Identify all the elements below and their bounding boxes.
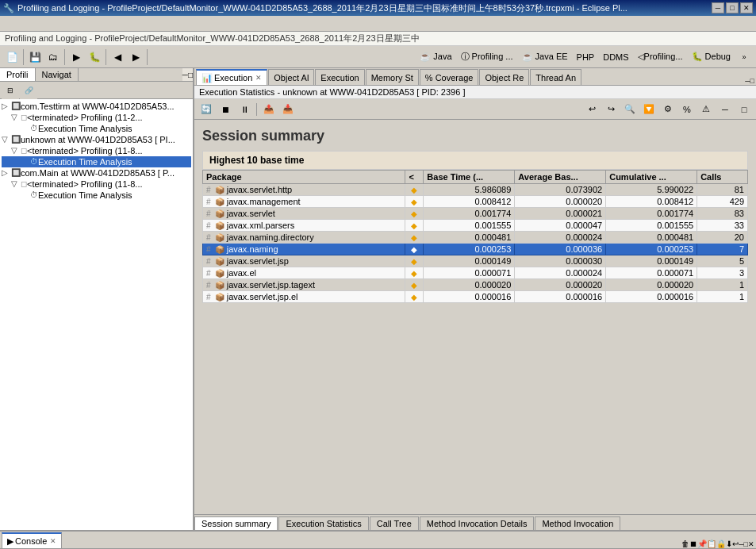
table-row[interactable]: # 📦 javax.management ◆ 0.008412 0.000020… bbox=[203, 196, 748, 208]
console-copy-btn[interactable]: 📋 bbox=[707, 539, 716, 548]
tab-object-al[interactable]: Object Al bbox=[268, 69, 314, 85]
tree-item-2[interactable]: ▽ ◻ <terminated> Profiling (11-2... bbox=[2, 112, 191, 123]
table-row[interactable]: # 📦 javax.servlet.jsp.tagext ◆ 0.000020 … bbox=[203, 279, 748, 291]
row-expand-btn[interactable]: # bbox=[206, 269, 211, 278]
perspective-more-btn[interactable]: » bbox=[735, 48, 753, 66]
close-button[interactable]: ✕ bbox=[740, 2, 753, 13]
import-btn[interactable]: 📥 bbox=[279, 102, 297, 117]
tree-item-6[interactable]: ⏱ Execution Time Analysis bbox=[2, 156, 191, 167]
row-expand-btn[interactable]: # bbox=[206, 293, 211, 301]
row-expand-btn[interactable]: # bbox=[206, 198, 211, 206]
console-wrap-btn[interactable]: ↩ bbox=[732, 539, 739, 548]
content-toolbar-min-btn[interactable]: ─ bbox=[716, 102, 734, 117]
content-toolbar-filter-btn[interactable]: 🔽 bbox=[640, 102, 658, 117]
new-button[interactable]: 📄 bbox=[3, 48, 21, 66]
tree-item-9[interactable]: ⏱ Execution Time Analysis bbox=[2, 190, 191, 201]
row-expand-btn[interactable]: # bbox=[206, 209, 211, 218]
expand-icon-8[interactable]: ▽ bbox=[11, 179, 21, 188]
bottom-tab-session-summary[interactable]: Session summary bbox=[194, 516, 278, 530]
table-row[interactable]: # 📦 javax.servlet.jsp.el ◆ 0.000016 0.00… bbox=[203, 291, 748, 303]
refresh-btn[interactable]: 🔄 bbox=[198, 102, 215, 117]
debug-button[interactable]: 🐛 bbox=[86, 48, 103, 66]
ddms-perspective-btn[interactable]: DDMS bbox=[599, 48, 632, 66]
content-toolbar-max-btn[interactable]: □ bbox=[735, 102, 753, 117]
back-button[interactable]: ◀ bbox=[109, 48, 126, 66]
console-pin-btn[interactable]: 📌 bbox=[697, 539, 707, 548]
row-expand-btn[interactable]: # bbox=[206, 281, 211, 290]
collapse-all-btn[interactable]: ⊟ bbox=[2, 82, 19, 99]
console-scroll-end-btn[interactable]: ⬇ bbox=[726, 539, 732, 548]
col-avg-base[interactable]: Average Bas... bbox=[515, 171, 606, 184]
bottom-tab-method-inv[interactable]: Method Invocation bbox=[535, 516, 620, 530]
console-stop-btn[interactable]: ⏹ bbox=[689, 539, 697, 548]
forward-button[interactable]: ▶ bbox=[127, 48, 144, 66]
tab-profiling[interactable]: Profili bbox=[0, 68, 36, 81]
bottom-tab-execution-stats[interactable]: Execution Statistics bbox=[278, 516, 368, 530]
console-scroll-lock-btn[interactable]: 🔒 bbox=[716, 539, 726, 548]
php-perspective-btn[interactable]: PHP bbox=[573, 48, 599, 66]
export-btn[interactable]: 📤 bbox=[260, 102, 278, 117]
tree-item-7[interactable]: ▷ 🔲 com.Main at WWW-041D2D85A53 [ P... bbox=[2, 167, 191, 179]
console-tab[interactable]: ▶ Console ✕ bbox=[2, 532, 62, 548]
table-row[interactable]: # 📦 javax.naming ◆ 0.000253 0.000036 0.0… bbox=[203, 244, 748, 255]
table-row[interactable]: # 📦 javax.servlet.jsp ◆ 0.000149 0.00003… bbox=[203, 255, 748, 267]
expand-icon-5[interactable]: ▽ bbox=[11, 146, 21, 155]
bottom-tab-call-tree[interactable]: Call Tree bbox=[370, 516, 419, 530]
tab-object-re[interactable]: Object Re bbox=[479, 69, 529, 85]
row-expand-btn[interactable]: # bbox=[206, 221, 211, 230]
java-perspective-btn[interactable]: ☕ Java bbox=[416, 48, 455, 66]
content-toolbar-settings-btn[interactable]: ⚙ bbox=[659, 102, 677, 117]
tree-item-5[interactable]: ▽ ◻ <terminated> Profiling (11-8... bbox=[2, 145, 191, 156]
console-tab-close[interactable]: ✕ bbox=[50, 537, 56, 545]
table-row[interactable]: # 📦 javax.el ◆ 0.000071 0.000024 0.00007… bbox=[203, 267, 748, 279]
col-base-time[interactable]: Base Time (... bbox=[424, 171, 515, 184]
link-editor-btn[interactable]: 🔗 bbox=[20, 82, 37, 99]
save-button[interactable]: 💾 bbox=[26, 48, 44, 66]
row-expand-btn[interactable]: # bbox=[206, 257, 211, 266]
expand-icon-7[interactable]: ▷ bbox=[2, 168, 11, 177]
profiling2-perspective-btn[interactable]: ◁Profiling... bbox=[634, 48, 687, 66]
content-toolbar-percent-btn[interactable]: % bbox=[678, 102, 696, 117]
tab-thread-an[interactable]: Thread An bbox=[530, 69, 581, 85]
maximize-left-btn[interactable]: □ bbox=[188, 68, 193, 81]
bottom-tab-method-inv-details[interactable]: Method Invocation Details bbox=[420, 516, 535, 530]
tab-navigate[interactable]: Navigat bbox=[36, 68, 79, 81]
table-row[interactable]: # 📦 javax.servlet.http ◆ 5.986089 0.0739… bbox=[203, 184, 748, 196]
console-close-btn[interactable]: ✕ bbox=[748, 540, 754, 548]
expand-icon-1[interactable]: ▷ bbox=[2, 102, 11, 110]
tree-item-4[interactable]: ▽ 🔲 unknown at WWW-041D2D85A53 [ PI... bbox=[2, 134, 191, 145]
col-arrow[interactable]: < bbox=[405, 171, 424, 184]
save-all-button[interactable]: 🗂 bbox=[44, 48, 62, 66]
content-toolbar-undo-btn[interactable]: ↩ bbox=[583, 102, 601, 117]
col-calls[interactable]: Calls bbox=[697, 171, 748, 184]
debug-perspective-btn[interactable]: 🐛 Debug bbox=[688, 48, 735, 66]
javaee-perspective-btn[interactable]: ☕ Java EE bbox=[518, 48, 572, 66]
profiling-perspective-btn[interactable]: ⓘ Profiling ... bbox=[457, 48, 517, 66]
col-cumulative[interactable]: Cumulative ... bbox=[606, 171, 697, 184]
tab-coverage[interactable]: % Coverage bbox=[420, 69, 479, 85]
tab-max-btn[interactable]: □ bbox=[750, 77, 754, 85]
content-toolbar-warn-btn[interactable]: ⚠ bbox=[697, 102, 715, 117]
expand-icon-2[interactable]: ▽ bbox=[11, 113, 21, 121]
content-toolbar-zoom-in-btn[interactable]: 🔍 bbox=[621, 102, 639, 117]
pause-btn[interactable]: ⏸ bbox=[236, 102, 253, 117]
expand-icon-4[interactable]: ▽ bbox=[2, 135, 11, 144]
tab-memory-st[interactable]: Memory St bbox=[366, 69, 419, 85]
tree-item-3[interactable]: ⏱ Execution Time Analysis bbox=[2, 123, 191, 134]
tree-item-8[interactable]: ▽ ◻ <terminated> Profiling (11-8... bbox=[2, 179, 191, 190]
minimize-left-btn[interactable]: ─ bbox=[182, 68, 188, 81]
tree-item-1[interactable]: ▷ 🔲 com.Testtirm at WWW-041D2D85A53... bbox=[2, 101, 191, 112]
row-expand-btn[interactable]: # bbox=[206, 245, 211, 254]
tab-execution2[interactable]: Execution bbox=[315, 69, 364, 85]
run-button[interactable]: ▶ bbox=[67, 48, 85, 66]
content-toolbar-redo-btn[interactable]: ↪ bbox=[602, 102, 620, 117]
row-expand-btn[interactable]: # bbox=[206, 233, 211, 242]
table-row[interactable]: # 📦 javax.naming.directory ◆ 0.000481 0.… bbox=[203, 232, 748, 244]
tab-execution[interactable]: 📊 Execution ✕ bbox=[196, 69, 267, 85]
stop-btn[interactable]: ⏹ bbox=[217, 102, 234, 117]
row-expand-btn[interactable]: # bbox=[206, 186, 211, 194]
console-clear-btn[interactable]: 🗑 bbox=[681, 539, 689, 548]
tab-close-execution[interactable]: ✕ bbox=[255, 74, 262, 82]
maximize-button[interactable]: □ bbox=[726, 2, 739, 13]
table-row[interactable]: # 📦 javax.servlet ◆ 0.001774 0.000021 0.… bbox=[203, 208, 748, 220]
